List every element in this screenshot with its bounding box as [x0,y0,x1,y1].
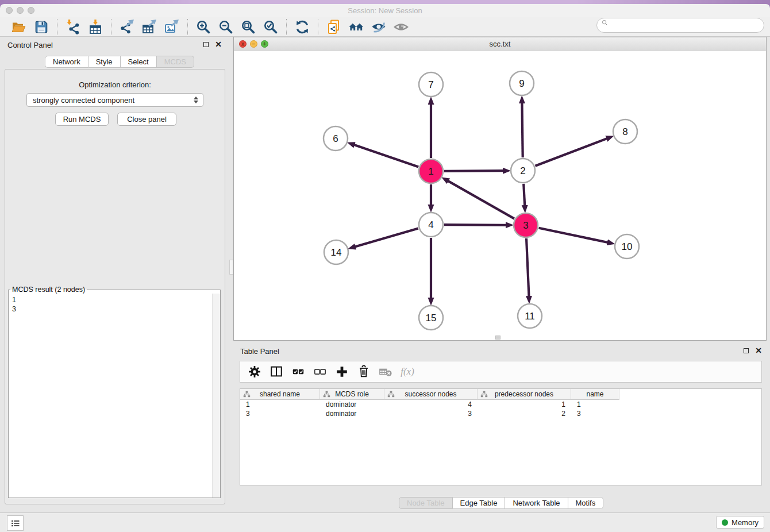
graph-node-6[interactable]: 6 [324,126,348,151]
graph-node-10[interactable]: 10 [615,234,639,259]
delete-table-icon [379,365,392,379]
mcds-result-line: 1 [12,295,209,304]
column-header-shared-name[interactable]: shared name [240,389,320,400]
clone-network-button[interactable] [325,19,343,35]
toolbar-group [111,19,187,35]
table-row[interactable]: 1dominator411 [240,400,761,409]
open-session-button[interactable] [10,19,28,35]
tree-hierarchy-icon [387,391,395,400]
add-row-button[interactable] [333,363,351,380]
result-scrollbar[interactable] [212,294,220,498]
deselect-all-button[interactable] [311,363,329,380]
table-cell[interactable]: 1 [478,400,571,408]
close-icon[interactable]: ✕ [215,41,222,48]
graph-node-15[interactable]: 15 [419,306,443,330]
export-image-icon [164,20,179,34]
graph-edge-1-2[interactable] [444,171,503,171]
zoom-fit-button[interactable] [239,19,257,35]
table-cell[interactable]: 2 [478,410,571,418]
graph-node-4[interactable]: 4 [419,213,443,237]
graph-edge-3-1[interactable] [448,181,514,219]
graph-node-label: 14 [331,247,342,258]
tab-motifs[interactable]: Motifs [568,497,604,509]
network-canvas[interactable]: 7968124314101511 [234,51,766,340]
export-network-button[interactable] [118,19,136,35]
zoom-in-button[interactable] [194,19,213,35]
close-panel-button[interactable]: Close panel [117,113,176,126]
network-home-button[interactable] [347,19,365,35]
show-all-eye-button[interactable] [392,19,410,35]
graph-node-14[interactable]: 14 [324,240,348,264]
column-header-successor-nodes[interactable]: successor nodes [384,389,478,400]
graph-edge-3-11[interactable] [526,238,529,296]
column-header-predecessor-nodes[interactable]: predecessor nodes [478,389,571,400]
graph-edge-3-10[interactable] [539,228,608,242]
add-row-icon [335,365,349,379]
table-cell[interactable]: 3 [384,410,478,418]
tab-edge-table[interactable]: Edge Table [453,497,506,509]
graph-node-label: 2 [520,165,525,176]
clone-network-icon [326,20,341,34]
graph-node-9[interactable]: 9 [510,71,534,95]
float-window-icon[interactable] [203,42,209,47]
import-table-button[interactable] [86,19,105,35]
table-row[interactable]: 3dominator323 [240,409,761,418]
table-cell[interactable]: 3 [571,410,619,418]
splitter-handle[interactable] [229,260,233,275]
optimization-criterion-select[interactable]: strongly connected component [26,93,203,107]
graph-node-3[interactable]: 3 [514,213,538,237]
tab-mcds[interactable]: MCDS [157,56,194,68]
table-cell[interactable]: 4 [384,400,478,408]
delete-row-button[interactable] [355,363,372,380]
select-all-button[interactable] [290,363,307,380]
import-network-button[interactable] [64,19,82,35]
zoom-selected-button[interactable] [261,19,280,35]
split-columns-button[interactable] [268,363,285,380]
search-mag-icon [602,20,611,29]
table-cell[interactable]: 3 [240,410,320,418]
graph-node-8[interactable]: 8 [613,119,637,144]
table-cell[interactable]: dominator [320,410,384,418]
graph-edge-2-3[interactable] [523,184,525,206]
graph-node-label: 8 [622,126,627,137]
table-cell[interactable]: 1 [571,400,619,408]
table-body: 1dominator4113dominator323 [240,400,761,418]
graph-node-7[interactable]: 7 [419,72,443,97]
float-window-icon[interactable] [744,348,749,353]
graph-edge-4-3[interactable] [444,225,506,225]
hide-selected-eye-button[interactable] [369,19,388,35]
search-box[interactable] [596,18,764,33]
save-session-button[interactable] [32,19,51,35]
tab-network-table[interactable]: Network Table [505,497,568,509]
graph-edge-1-6[interactable] [354,145,418,167]
column-header-name[interactable]: name [571,389,619,400]
run-mcds-button[interactable]: Run MCDS [55,113,109,126]
tab-style[interactable]: Style [88,56,121,68]
tab-node-table[interactable]: Node Table [399,497,453,509]
export-table-button[interactable] [140,19,159,35]
canvas-scrollbar-thumb[interactable] [495,336,500,340]
task-history-button[interactable] [7,515,24,531]
zoom-out-button[interactable] [217,19,235,35]
network-window-titlebar[interactable]: x−+ scc.txt [234,37,766,52]
gear-button[interactable] [246,363,263,380]
graph-edge-2-8[interactable] [535,138,607,166]
memory-button[interactable]: Memory [716,516,764,529]
graph-node-2[interactable]: 2 [511,159,535,183]
graph-node-11[interactable]: 11 [518,304,542,328]
column-header-mcds-role[interactable]: MCDS role [320,389,384,400]
export-image-button[interactable] [163,19,181,35]
close-icon[interactable]: ✕ [755,348,762,354]
table-cell[interactable]: 1 [240,400,320,408]
tab-select[interactable]: Select [121,56,157,68]
graph-node-1[interactable]: 1 [419,159,443,183]
open-session-icon [11,20,26,34]
graph-edge-2-9[interactable] [522,103,522,157]
table-cell[interactable]: dominator [320,400,384,408]
tab-network[interactable]: Network [45,56,88,68]
graph-edge-4-14[interactable] [355,228,418,246]
refresh-layout-button[interactable] [293,19,311,35]
search-icon [602,20,611,32]
search-input[interactable] [614,21,764,30]
control-panel: Control Panel ✕ NetworkStyleSelectMCDS O… [0,37,230,509]
